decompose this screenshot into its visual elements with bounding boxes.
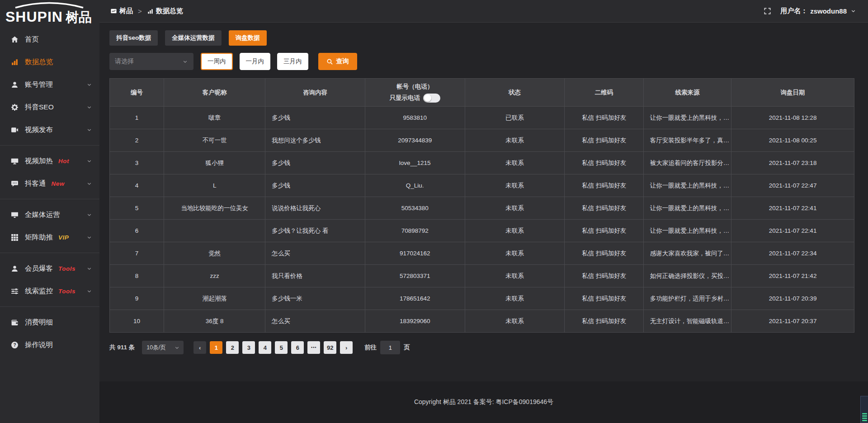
tab-omnimedia-data[interactable]: 全媒体运营数据 xyxy=(165,30,222,46)
sidebar-divider xyxy=(0,199,99,199)
widget-bar xyxy=(862,418,867,419)
sidebar-item-omnimedia[interactable]: 全媒体运营 xyxy=(0,203,99,226)
sidebar-item-doukoutong[interactable]: 抖客通 New xyxy=(0,172,99,195)
cell-account: 50534380 xyxy=(365,197,465,220)
cell-content: 多少钱？让我死心 看 xyxy=(265,220,365,242)
period-one-month-button[interactable]: 一月内 xyxy=(240,53,271,70)
page-button-1[interactable]: 1 xyxy=(210,341,222,354)
cell-date: 2021-11-08 00:25 xyxy=(731,129,854,152)
cell-content: 说说价格让我死心 xyxy=(265,197,365,220)
page-button-3[interactable]: 3 xyxy=(242,341,255,354)
sidebar-divider xyxy=(0,306,99,307)
sidebar-item-data-overview[interactable]: 数据总览 xyxy=(0,51,99,73)
tab-inquiry-data[interactable]: 询盘数据 xyxy=(229,30,267,46)
cell-no: 5 xyxy=(110,197,164,220)
lead-source-link[interactable]: 让你一眼就爱上的黑科技，能... xyxy=(643,174,731,197)
qr-add-friend-link[interactable]: 私信 扫码加好友 xyxy=(565,287,644,310)
sidebar-item-douyin-seo[interactable]: 抖音SEO xyxy=(0,96,99,118)
cell-nickname: 觉然 xyxy=(164,242,265,265)
cell-nickname: zzz xyxy=(164,265,265,287)
table-header-row: 编号 客户昵称 咨询内容 帐号（电话） 只显示电话 状态 二维码 线索来源 询盘… xyxy=(110,79,854,107)
page-button-6[interactable]: 6 xyxy=(291,341,304,354)
lead-source-link[interactable]: 多功能护栏灯，适用于乡村文... xyxy=(643,287,731,310)
page-button-92[interactable]: 92 xyxy=(324,341,336,354)
qr-add-friend-link[interactable]: 私信 扫码加好友 xyxy=(565,310,644,333)
lead-source-link[interactable]: 被大家追着问的客厅投影分享... xyxy=(643,152,731,174)
sidebar-item-expense-details[interactable]: 消费明细 xyxy=(0,311,99,334)
search-button[interactable]: 查询 xyxy=(318,53,357,70)
sidebar-item-label: 线索监控 xyxy=(25,287,53,296)
sidebar-item-label: 账号管理 xyxy=(25,80,53,89)
period-three-month-button[interactable]: 三月内 xyxy=(277,53,308,70)
goto-label: 前往 xyxy=(364,343,377,352)
table-row: 3 狐小狸 多少钱 love__1215 未联系 私信 扫码加好友 被大家追着问… xyxy=(110,152,854,174)
breadcrumb-separator: > xyxy=(138,7,142,15)
lead-source-link[interactable]: 让你一眼就爱上的黑科技，能... xyxy=(643,197,731,220)
cell-nickname: 36度 8 xyxy=(164,310,265,333)
sidebar-item-label: 抖音SEO xyxy=(25,103,54,112)
next-page-button[interactable]: › xyxy=(340,341,353,354)
sidebar-item-home[interactable]: 首页 xyxy=(0,28,99,51)
sidebar-item-video-publish[interactable]: 视频发布 xyxy=(0,118,99,141)
floating-widget[interactable] xyxy=(860,396,868,423)
cell-account: 572803371 xyxy=(365,265,465,287)
lead-source-link[interactable]: 让你一眼就爱上的黑科技，能... xyxy=(643,107,731,129)
col-qrcode: 二维码 xyxy=(565,79,644,107)
footer: Copyright 树品 2021 备案号: 粤ICP备09019646号 xyxy=(99,381,868,423)
status-badge: 已联系 xyxy=(465,107,565,129)
breadcrumb: 树品 > 数据总览 xyxy=(110,7,183,15)
lead-source-link[interactable]: 如何正确选择投影仪，买投影... xyxy=(643,265,731,287)
prev-page-button[interactable]: ‹ xyxy=(193,341,206,354)
qr-add-friend-link[interactable]: 私信 扫码加好友 xyxy=(565,265,644,287)
monitor-icon xyxy=(11,157,19,165)
total-count: 共 911 条 xyxy=(109,343,135,352)
chevron-down-icon xyxy=(86,288,92,294)
status-badge: 未联系 xyxy=(465,310,565,333)
sidebar-item-account-mgmt[interactable]: 账号管理 xyxy=(0,73,99,96)
filter-row: 请选择 一周内 一月内 三月内 查询 xyxy=(109,53,854,70)
lead-source-link[interactable]: 感谢大家喜欢我家，被问了好... xyxy=(643,242,731,265)
user-menu[interactable]: 用户名：zswodun88 xyxy=(780,7,856,15)
lead-source-link[interactable]: 客厅安装投影半年多了，真实... xyxy=(643,129,731,152)
phone-only-toggle[interactable] xyxy=(423,94,440,103)
sidebar-item-lead-monitoring[interactable]: 线索监控 Tools xyxy=(0,280,99,302)
more-pages-button[interactable]: ••• xyxy=(307,341,320,354)
page-size-select[interactable]: 10条/页 xyxy=(142,341,184,354)
cell-no: 1 xyxy=(110,107,164,129)
page-size-value: 10条/页 xyxy=(146,344,165,352)
page-button-5[interactable]: 5 xyxy=(275,341,288,354)
page-button-4[interactable]: 4 xyxy=(259,341,271,354)
lead-source-link[interactable]: 无主灯设计，智能磁吸轨道灯... xyxy=(643,310,731,333)
widget-bar xyxy=(862,415,867,417)
page-button-2[interactable]: 2 xyxy=(226,341,239,354)
help-icon: ? xyxy=(11,341,19,349)
qr-add-friend-link[interactable]: 私信 扫码加好友 xyxy=(565,220,644,242)
fullscreen-icon[interactable] xyxy=(764,7,771,15)
cell-account: Q_Liu. xyxy=(365,174,465,197)
cell-date: 2021-11-07 22:34 xyxy=(731,242,854,265)
breadcrumb-root[interactable]: 树品 xyxy=(110,7,133,15)
breadcrumb-current[interactable]: 数据总览 xyxy=(147,7,183,15)
cell-account: 9583810 xyxy=(365,107,465,129)
table-row: 1 啵章 多少钱 9583810 已联系 私信 扫码加好友 让你一眼就爱上的黑科… xyxy=(110,107,854,129)
cell-content: 怎么买 xyxy=(265,242,365,265)
sidebar-item-instructions[interactable]: ? 操作说明 xyxy=(0,334,99,356)
qr-add-friend-link[interactable]: 私信 扫码加好友 xyxy=(565,242,644,265)
qr-add-friend-link[interactable]: 私信 扫码加好友 xyxy=(565,152,644,174)
cell-no: 4 xyxy=(110,174,164,197)
qr-add-friend-link[interactable]: 私信 扫码加好友 xyxy=(565,174,644,197)
logo-graphic: SHUPIN 树品 xyxy=(5,2,94,24)
qr-add-friend-link[interactable]: 私信 扫码加好友 xyxy=(565,107,644,129)
period-one-week-button[interactable]: 一周内 xyxy=(201,53,233,70)
filter-select[interactable]: 请选择 xyxy=(109,53,193,70)
sidebar-item-member-baoke[interactable]: 会员爆客 Tools xyxy=(0,257,99,280)
qr-add-friend-link[interactable]: 私信 扫码加好友 xyxy=(565,197,644,220)
goto-page-input[interactable] xyxy=(380,341,400,354)
lead-source-link[interactable]: 让你一眼就爱上的黑科技，能... xyxy=(643,220,731,242)
tools-tag: Tools xyxy=(58,265,75,272)
sidebar-item-matrix-boost[interactable]: 矩阵助推 VIP xyxy=(0,226,99,249)
sidebar-item-video-heating[interactable]: 视频加热 Hot xyxy=(0,150,99,172)
tab-douyin-seo-data[interactable]: 抖音seo数据 xyxy=(109,30,158,46)
qr-add-friend-link[interactable]: 私信 扫码加好友 xyxy=(565,129,644,152)
cell-date: 2021-11-07 20:37 xyxy=(731,310,854,333)
